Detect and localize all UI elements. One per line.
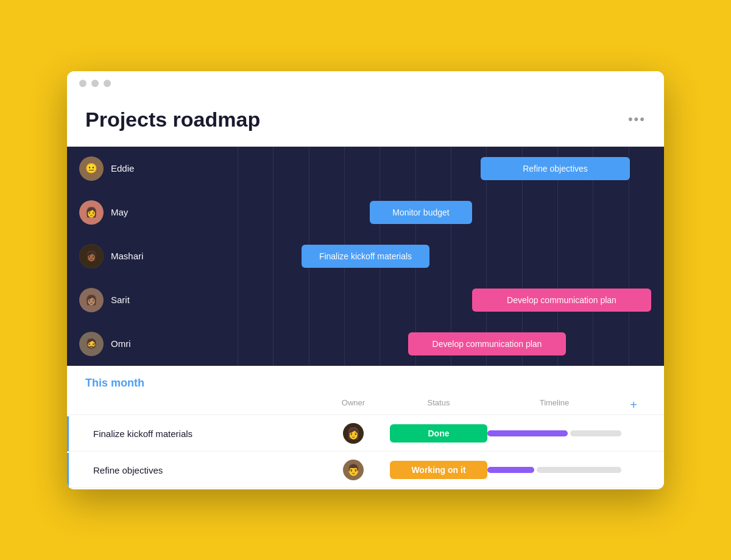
timeline-progress xyxy=(487,430,568,436)
person-name: Mashari xyxy=(111,251,143,261)
person-row: 👩🏽Sarit xyxy=(67,278,238,322)
page-title: Projects roadmap xyxy=(85,108,260,131)
owner-cell: 👨 xyxy=(317,460,390,480)
gantt-bar[interactable]: Refine objectives xyxy=(481,157,630,180)
gantt-bars: Refine objectivesMonitor budgetFinalize … xyxy=(238,147,664,366)
bar-row: Monitor budget xyxy=(238,191,664,234)
traffic-light-minimize[interactable] xyxy=(91,80,99,87)
task-rows-container: Finalize kickoff materials👩DoneRefine ob… xyxy=(67,416,664,488)
timeline-remaining xyxy=(570,430,621,436)
col-owner: Owner xyxy=(317,398,390,412)
person-row: 🧔Omri xyxy=(67,322,238,366)
col-timeline: Timeline xyxy=(487,398,621,412)
task-name: Refine objectives xyxy=(87,465,317,475)
person-row: 👩May xyxy=(67,191,238,234)
person-row: 👩🏾Mashari xyxy=(67,234,238,278)
gantt-bar[interactable]: Finalize kickoff materials xyxy=(302,245,429,268)
col-task xyxy=(85,398,317,412)
person-row: 😐Eddie xyxy=(67,147,238,191)
table-row[interactable]: Finalize kickoff materials👩Done xyxy=(67,416,664,452)
timeline-cell xyxy=(487,430,621,436)
header-section: Projects roadmap ••• xyxy=(67,96,664,147)
timeline-remaining xyxy=(537,467,621,473)
bar-row: Develop communication plan xyxy=(238,322,664,366)
col-status: Status xyxy=(390,398,487,412)
avatar: 😐 xyxy=(79,156,104,181)
owner-avatar: 👩 xyxy=(343,423,364,444)
status-cell: Working on it xyxy=(390,461,487,479)
traffic-light-maximize[interactable] xyxy=(104,80,111,87)
avatar: 👩 xyxy=(79,200,104,225)
bar-row: Develop communication plan xyxy=(238,278,664,322)
task-table-header: Owner Status Timeline + xyxy=(67,396,664,415)
main-window: Projects roadmap ••• 😐Eddie👩May👩🏾Mashari… xyxy=(67,71,664,489)
owner-cell: 👩 xyxy=(317,423,390,444)
gantt-bar[interactable]: Monitor budget xyxy=(370,201,472,224)
bottom-section: This month Owner Status Timeline + Final… xyxy=(67,366,664,488)
gantt-left: 😐Eddie👩May👩🏾Mashari👩🏽Sarit🧔Omri xyxy=(67,147,238,366)
this-month-title: This month xyxy=(85,377,144,389)
traffic-light-close[interactable] xyxy=(79,80,87,87)
bar-row: Finalize kickoff materials xyxy=(238,234,664,278)
gantt-section: 😐Eddie👩May👩🏾Mashari👩🏽Sarit🧔Omri Refine o… xyxy=(67,147,664,366)
this-month-header: This month xyxy=(67,366,664,396)
gantt-bar[interactable]: Develop communication plan xyxy=(472,289,651,312)
person-name: Sarit xyxy=(111,295,130,305)
timeline-cell xyxy=(487,467,621,473)
title-bar xyxy=(67,71,664,96)
person-name: Omri xyxy=(111,338,131,349)
add-column-button[interactable]: + xyxy=(630,398,637,411)
owner-avatar: 👨 xyxy=(343,460,364,480)
gantt-bar[interactable]: Develop communication plan xyxy=(408,332,566,355)
status-badge[interactable]: Done xyxy=(390,424,487,443)
more-options-button[interactable]: ••• xyxy=(628,111,646,127)
table-row[interactable]: Refine objectives👨Working on it xyxy=(67,453,664,488)
bar-row: Refine objectives xyxy=(238,147,664,191)
person-name: May xyxy=(111,207,128,217)
gantt-grid: 😐Eddie👩May👩🏾Mashari👩🏽Sarit🧔Omri Refine o… xyxy=(67,147,664,366)
task-name: Finalize kickoff materials xyxy=(87,429,317,439)
status-cell: Done xyxy=(390,424,487,443)
avatar: 👩🏽 xyxy=(79,288,104,312)
status-badge[interactable]: Working on it xyxy=(390,461,487,479)
person-name: Eddie xyxy=(111,163,134,173)
task-table: Owner Status Timeline + Finalize kickoff… xyxy=(67,396,664,488)
gantt-right: Refine objectivesMonitor budgetFinalize … xyxy=(238,147,664,366)
avatar: 👩🏾 xyxy=(79,244,104,268)
col-add: + xyxy=(621,398,646,412)
timeline-progress xyxy=(487,467,534,473)
avatar: 🧔 xyxy=(79,332,104,356)
